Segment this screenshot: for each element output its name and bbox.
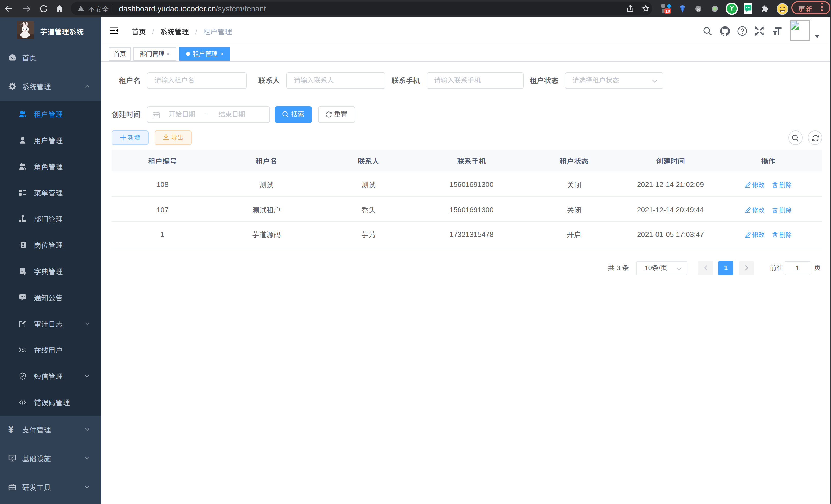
svg-text:10: 10	[665, 9, 670, 13]
